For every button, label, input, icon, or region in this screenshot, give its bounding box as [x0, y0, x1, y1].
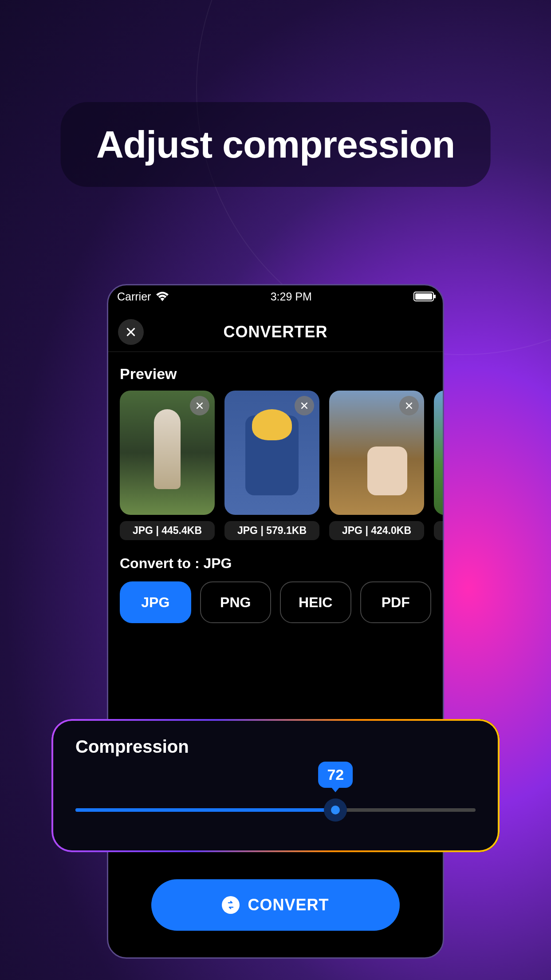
convert-icon [222, 896, 240, 914]
close-icon [405, 401, 413, 410]
compression-slider[interactable]: 72 [75, 797, 476, 823]
close-icon [125, 326, 137, 338]
page-header: CONVERTER [108, 312, 443, 352]
close-icon [195, 401, 204, 410]
format-option-heic[interactable]: HEIC [280, 581, 351, 623]
compression-label: Compression [75, 737, 476, 757]
remove-image-button[interactable] [190, 396, 209, 415]
convert-to-label: Convert to : JPG [108, 540, 443, 581]
thumbnail-image [329, 391, 424, 515]
phone-frame: Carrier 3:29 PM CONVERTER Preview JPG | … [107, 284, 444, 959]
status-bar: Carrier 3:29 PM [108, 285, 443, 308]
format-option-pdf[interactable]: PDF [360, 581, 432, 623]
wifi-icon [156, 292, 169, 301]
preview-item[interactable]: JPG | 445.4KB [120, 391, 215, 540]
slider-fill [75, 808, 335, 812]
thumbnail-meta: JP [434, 521, 443, 540]
close-button[interactable] [118, 319, 144, 345]
marketing-headline: Adjust compression [61, 102, 491, 187]
thumbnail-image [224, 391, 319, 515]
compression-panel: Compression 72 [51, 719, 500, 852]
format-selector: JPG PNG HEIC PDF [108, 581, 443, 623]
format-option-jpg[interactable]: JPG [120, 581, 191, 623]
slider-value-bubble: 72 [318, 762, 353, 788]
page-title: CONVERTER [223, 323, 327, 341]
thumbnail-image [434, 391, 443, 515]
battery-icon [413, 292, 434, 301]
thumbnail-image [120, 391, 215, 515]
slider-thumb[interactable] [324, 798, 347, 822]
preview-strip[interactable]: JPG | 445.4KB JPG | 579.1KB JPG | 424.0K… [108, 391, 443, 540]
remove-image-button[interactable] [399, 396, 419, 415]
clock: 3:29 PM [271, 290, 312, 303]
preview-item[interactable]: JPG | 424.0KB [329, 391, 424, 540]
preview-label: Preview [108, 352, 443, 391]
close-icon [300, 401, 309, 410]
preview-item[interactable]: JP [434, 391, 443, 540]
convert-button-label: CONVERT [248, 896, 329, 914]
carrier-label: Carrier [117, 290, 151, 303]
convert-button[interactable]: CONVERT [151, 879, 400, 931]
thumbnail-meta: JPG | 445.4KB [120, 521, 215, 540]
thumbnail-meta: JPG | 424.0KB [329, 521, 424, 540]
format-option-png[interactable]: PNG [200, 581, 272, 623]
thumbnail-meta: JPG | 579.1KB [224, 521, 319, 540]
remove-image-button[interactable] [295, 396, 314, 415]
preview-item[interactable]: JPG | 579.1KB [224, 391, 319, 540]
